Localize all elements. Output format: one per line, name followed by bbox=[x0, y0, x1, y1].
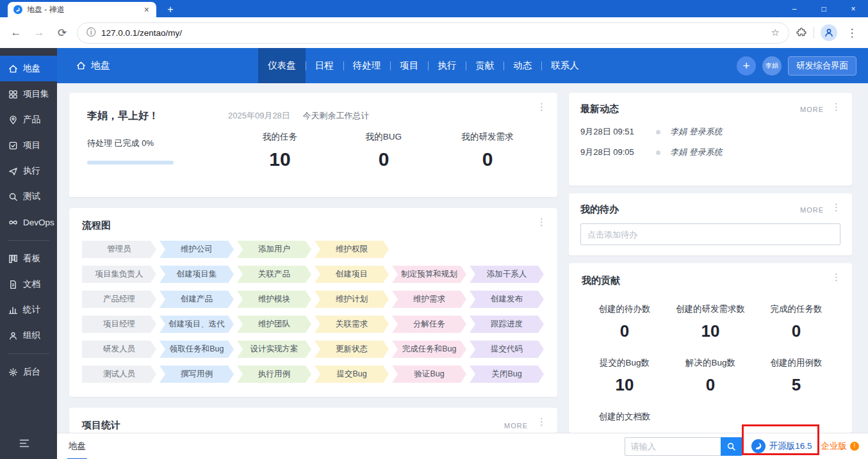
sidebar-item-doc[interactable]: 文档 bbox=[0, 271, 57, 297]
card-menu-icon[interactable]: ⋮ bbox=[535, 216, 548, 228]
contribution-stat: 解决的Bug数 0 bbox=[667, 357, 753, 395]
flow-step-chip[interactable]: 关联需求 bbox=[315, 316, 389, 333]
welcome-stats: 我的任务 10 我的BUG 0 我的研发需求 0 bbox=[228, 131, 539, 170]
stat-value[interactable]: 0 bbox=[436, 149, 539, 170]
flow-step-chip[interactable]: 分解任务 bbox=[392, 316, 466, 333]
flow-step-chip[interactable]: 提交代码 bbox=[470, 341, 544, 358]
sidebar-item-dashboard[interactable]: 地盘 bbox=[0, 56, 57, 81]
address-bar[interactable]: ⓘ 127.0.0.1/zentao/my/ ☆ bbox=[77, 22, 789, 44]
browser-menu-icon[interactable]: ⋮ bbox=[844, 26, 860, 40]
sidebar-item-project-set[interactable]: 项目集 bbox=[0, 81, 57, 107]
sidebar-item-devops[interactable]: DevOps bbox=[0, 209, 57, 235]
rnd-ui-switch-button[interactable]: 研发综合界面 bbox=[788, 56, 856, 76]
window-maximize-icon[interactable]: □ bbox=[809, 0, 839, 17]
bookmark-star-icon[interactable]: ☆ bbox=[771, 27, 780, 38]
flow-step-chip[interactable]: 维护权限 bbox=[315, 241, 389, 258]
version-link[interactable]: 开源版16.5 bbox=[751, 439, 812, 453]
extensions-icon[interactable] bbox=[796, 27, 807, 38]
statusbar-search bbox=[625, 437, 742, 456]
tab-todo[interactable]: 待处理 bbox=[343, 48, 391, 83]
flow-step-chip[interactable]: 完成任务和Bug bbox=[392, 341, 466, 358]
sidebar-divider bbox=[8, 353, 49, 354]
flow-step-chip[interactable]: 撰写用例 bbox=[160, 366, 234, 383]
new-tab-button[interactable]: + bbox=[163, 4, 178, 15]
stat-value[interactable]: 10 bbox=[667, 321, 753, 341]
profile-icon[interactable] bbox=[821, 24, 837, 41]
flow-step-chip[interactable]: 维护模块 bbox=[237, 291, 311, 308]
flow-step-chip[interactable]: 关联产品 bbox=[237, 266, 311, 283]
reload-icon[interactable]: ⟳ bbox=[54, 26, 70, 40]
tab-contribution[interactable]: 贡献 bbox=[466, 48, 504, 83]
sidebar-item-execution[interactable]: 执行 bbox=[0, 158, 57, 184]
global-search-input[interactable] bbox=[625, 437, 721, 456]
flow-step-chip[interactable]: 维护公司 bbox=[160, 241, 234, 258]
stat-value[interactable]: 10 bbox=[582, 375, 667, 395]
card-menu-icon[interactable]: ⋮ bbox=[830, 101, 843, 113]
stat-value[interactable]: 0 bbox=[332, 149, 436, 170]
tab-dashboard[interactable]: 仪表盘 bbox=[258, 48, 306, 83]
card-menu-icon[interactable]: ⋮ bbox=[535, 101, 548, 113]
flow-step-chip[interactable]: 维护需求 bbox=[392, 291, 466, 308]
sidebar-item-admin[interactable]: 后台 bbox=[0, 359, 57, 385]
flow-step-chip[interactable]: 创建产品 bbox=[160, 291, 234, 308]
app-home-title[interactable]: 地盘 bbox=[76, 60, 110, 72]
flow-step-chip[interactable]: 创建发布 bbox=[470, 291, 544, 308]
card-menu-icon[interactable]: ⋮ bbox=[830, 271, 843, 283]
site-info-icon[interactable]: ⓘ bbox=[86, 27, 95, 38]
add-todo-input[interactable] bbox=[580, 223, 840, 245]
flow-step-chip[interactable]: 创建项目集 bbox=[160, 266, 234, 283]
back-icon[interactable]: ← bbox=[8, 26, 24, 39]
tab-close-icon[interactable]: × bbox=[143, 5, 151, 14]
window-minimize-icon[interactable]: – bbox=[780, 0, 809, 17]
user-avatar[interactable]: 李娟 bbox=[762, 56, 782, 76]
browser-tab[interactable]: 地盘 - 禅道 × bbox=[8, 2, 156, 17]
tab-dynamic[interactable]: 动态 bbox=[504, 48, 541, 83]
quick-create-button[interactable]: + bbox=[737, 56, 756, 76]
stat-value[interactable]: 0 bbox=[582, 321, 667, 341]
flow-step-chip[interactable]: 制定预算和规划 bbox=[392, 266, 466, 283]
flow-step-chip[interactable]: 维护团队 bbox=[237, 316, 311, 333]
forward-icon[interactable]: → bbox=[31, 26, 47, 39]
project-stats-more-link[interactable]: MORE bbox=[504, 422, 528, 430]
flow-step-chip[interactable]: 关闭Bug bbox=[470, 366, 544, 383]
card-menu-icon[interactable]: ⋮ bbox=[830, 202, 843, 213]
tab-execution[interactable]: 执行 bbox=[428, 48, 466, 83]
sidebar-item-project[interactable]: 项目 bbox=[0, 133, 57, 158]
statusbar-tab-dashboard[interactable]: 地盘 bbox=[67, 433, 87, 459]
flow-step-chip[interactable]: 添加干系人 bbox=[470, 266, 544, 283]
contribution-stat: 完成的任务数 0 bbox=[753, 303, 839, 341]
stat-value[interactable]: 0 bbox=[667, 375, 753, 395]
flow-step-chip[interactable]: 更新状态 bbox=[315, 341, 389, 358]
enterprise-link[interactable]: 企业版 ! bbox=[821, 440, 860, 452]
stat-value[interactable]: 5 bbox=[753, 375, 839, 395]
flow-step-chip[interactable]: 领取任务和Bug bbox=[160, 341, 234, 358]
sidebar-item-test[interactable]: 测试 bbox=[0, 184, 57, 209]
flow-step-chip[interactable]: 创建项目 bbox=[315, 266, 389, 283]
sidebar-item-org[interactable]: 组织 bbox=[0, 323, 57, 348]
flow-step-chip[interactable]: 执行用例 bbox=[237, 366, 311, 383]
sidebar-collapse-icon[interactable] bbox=[19, 439, 29, 450]
sidebar-item-kanban[interactable]: 看板 bbox=[0, 246, 57, 271]
flow-step-chip[interactable]: 添加用户 bbox=[237, 241, 311, 258]
project-stats-card: 项目统计 MORE ⋮ bbox=[69, 408, 557, 433]
sidebar-item-stats[interactable]: 统计 bbox=[0, 297, 57, 323]
tab-calendar[interactable]: 日程 bbox=[306, 48, 343, 83]
main-column: ⋮ 李娟，早上好！ 待处理 已完成 0% 2025年09月28日 今天剩余工作总… bbox=[69, 93, 557, 433]
latest-news-more-link[interactable]: MORE bbox=[800, 106, 824, 113]
search-button[interactable] bbox=[721, 437, 742, 456]
flow-step-chip[interactable]: 提交Bug bbox=[315, 366, 389, 383]
card-menu-icon[interactable]: ⋮ bbox=[535, 416, 548, 428]
stat-value[interactable]: 0 bbox=[753, 321, 839, 341]
sidebar-item-label: 测试 bbox=[23, 191, 40, 202]
window-close-icon[interactable]: × bbox=[839, 0, 868, 17]
flow-step-chip[interactable]: 设计实现方案 bbox=[237, 341, 311, 358]
tab-project[interactable]: 项目 bbox=[390, 48, 428, 83]
flow-step-chip[interactable]: 创建项目、迭代 bbox=[160, 316, 234, 333]
my-todo-more-link[interactable]: MORE bbox=[800, 206, 824, 214]
tab-contacts[interactable]: 联系人 bbox=[541, 48, 589, 83]
stat-value[interactable]: 10 bbox=[228, 149, 332, 170]
flow-step-chip[interactable]: 维护计划 bbox=[315, 291, 389, 308]
flow-step-chip[interactable]: 跟踪进度 bbox=[470, 316, 544, 333]
flow-step-chip[interactable]: 验证Bug bbox=[392, 366, 466, 383]
sidebar-item-product[interactable]: 产品 bbox=[0, 107, 57, 133]
